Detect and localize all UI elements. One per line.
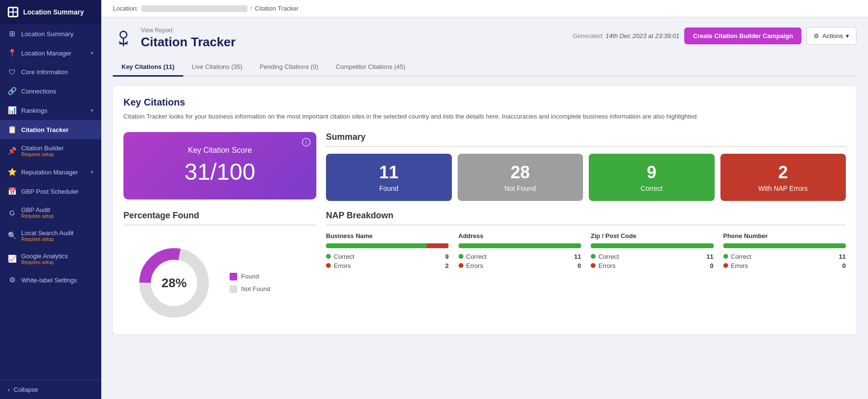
nap-col-2: Zip / Post Code Correct 11 Errors 0 <box>591 232 714 271</box>
sidebar-item-reputation-manager[interactable]: ⭐ Reputation Manager ▾ <box>0 162 101 182</box>
view-report-title-area: View Report: Citation Tracker <box>141 27 236 50</box>
summary-box-nap-errors: 2 With NAP Errors <box>720 154 846 201</box>
sidebar-logo-label: Location Summary <box>23 8 84 16</box>
sidebar-items-container: ⊞ Location Summary 📍 Location Manager ▾ … <box>0 24 101 290</box>
tab-live-citations-(35)[interactable]: Live Citations (35) <box>183 58 251 77</box>
tab-pending-citations-(0)[interactable]: Pending Citations (0) <box>251 58 327 77</box>
chevron-icon-rankings: ▾ <box>91 107 94 114</box>
sidebar-icon-google-analytics: 📈 <box>8 254 16 263</box>
section-description: Citation Tracker looks for your business… <box>123 112 846 121</box>
nap-correct-num-1: 11 <box>574 253 581 260</box>
nap-errors-num-0: 2 <box>445 262 448 269</box>
nap-errors-stat-3: Errors 0 <box>723 262 846 269</box>
nap-correct-num-2: 11 <box>706 253 713 260</box>
page-title: Citation Tracker <box>141 35 236 50</box>
not-found-color-dot <box>230 285 237 293</box>
legend-found: Found <box>230 273 271 280</box>
breadcrumb-separator: / <box>250 5 252 12</box>
sidebar-label-google-analytics: Google Analytics Requires setup <box>21 253 94 265</box>
sidebar-item-gbp-post-scheduler[interactable]: 📅 GBP Post Scheduler <box>0 182 101 201</box>
sidebar-label-citation-tracker: Citation Tracker <box>21 126 94 133</box>
tab-key-citations-(11)[interactable]: Key Citations (11) <box>113 58 183 77</box>
svg-point-0 <box>120 31 127 38</box>
chevron-icon-location-manager: ▾ <box>91 50 94 56</box>
sidebar-label-white-label-settings: White-label Settings <box>21 277 94 284</box>
main-card: Key Citations Citation Tracker looks for… <box>113 86 856 334</box>
sidebar-icon-core-information: 🛡 <box>8 68 16 76</box>
nap-errors-label-3: Errors <box>731 262 840 269</box>
sidebar-label-connections: Connections <box>21 88 94 95</box>
sidebar-item-location-manager[interactable]: 📍 Location Manager ▾ <box>0 43 101 63</box>
tabs-bar: Key Citations (11)Live Citations (35)Pen… <box>113 58 856 77</box>
sidebar-item-core-information[interactable]: 🛡 Core Information <box>0 63 101 81</box>
breadcrumb-location-value <box>141 5 247 12</box>
sidebar-icon-location-manager: 📍 <box>8 49 16 57</box>
view-report-left: View Report: Citation Tracker <box>113 27 236 50</box>
nap-errors-stat-2: Errors 0 <box>591 262 714 269</box>
sidebar-item-white-label-settings[interactable]: ⚙ White-label Settings <box>0 270 101 290</box>
summary-num-found: 11 <box>379 162 398 183</box>
nap-bar-red-0 <box>427 243 449 248</box>
sidebar-warning-google-analytics: Requires setup <box>21 260 94 265</box>
logo-icon <box>8 7 18 17</box>
sidebar-item-rankings[interactable]: 📊 Rankings ▾ <box>0 101 101 120</box>
sidebar-item-google-analytics[interactable]: 📈 Google Analytics Requires setup <box>0 247 101 270</box>
sidebar-item-citation-builder[interactable]: 📌 Citation Builder Requires setup <box>0 139 101 162</box>
nap-correct-stat-0: Correct 9 <box>326 253 449 260</box>
nap-breakdown-col: NAP Breakdown Business Name Correct 9 Er… <box>326 211 846 324</box>
section-title: Key Citations <box>123 97 846 108</box>
nap-errors-dot-0 <box>326 263 331 268</box>
score-card-label: Key Citation Score <box>188 146 252 155</box>
summary-box-not-found: 28 Not Found <box>458 154 583 201</box>
found-color-dot <box>230 273 237 280</box>
actions-button[interactable]: ⚙ Actions ▾ <box>806 27 856 45</box>
nap-errors-stat-0: Errors 2 <box>326 262 449 269</box>
main-two-col: i Key Citation Score 31/100 Summary 11 F… <box>123 132 846 201</box>
percentage-found-title: Percentage Found <box>123 211 316 226</box>
sidebar-icon-gbp-post-scheduler: 📅 <box>8 187 16 196</box>
breadcrumb: Location: / Citation Tracker <box>101 0 868 17</box>
sidebar-icon-local-search-audit: 🔍 <box>8 231 16 240</box>
score-card: i Key Citation Score 31/100 <box>123 132 316 200</box>
sidebar-item-connections[interactable]: 🔗 Connections <box>0 81 101 101</box>
sidebar-label-core-information: Core Information <box>21 68 94 76</box>
nap-correct-label-0: Correct <box>334 253 442 260</box>
sidebar-label-location-manager: Location Manager <box>21 50 86 57</box>
generated-label: Generated: 14th Dec 2023 at 23:39:01 <box>572 32 679 40</box>
summary-label-not-found: Not Found <box>504 185 536 192</box>
content-area: View Report: Citation Tracker Generated:… <box>101 17 868 399</box>
view-report-right: Generated: 14th Dec 2023 at 23:39:01 Cre… <box>572 27 856 45</box>
sidebar-icon-rankings: 📊 <box>8 106 16 115</box>
donut-chart: 28% <box>133 242 215 324</box>
nap-correct-label-2: Correct <box>598 253 704 260</box>
sidebar: Location Summary ⊞ Location Summary 📍 Lo… <box>0 0 101 399</box>
sidebar-item-citation-tracker[interactable]: 📋 Citation Tracker <box>0 120 101 139</box>
sidebar-label-local-search-audit: Local Search Audit Requires setup <box>21 229 94 242</box>
sidebar-collapse-button[interactable]: ‹ Collapse <box>0 380 101 399</box>
generated-value: 14th Dec 2023 at 23:39:01 <box>606 32 679 40</box>
sidebar-logo[interactable]: Location Summary <box>0 0 101 24</box>
create-campaign-button[interactable]: Create Citation Builder Campaign <box>684 27 801 44</box>
nap-correct-stat-3: Correct 11 <box>723 253 846 260</box>
sidebar-warning-gbp-audit: Requires setup <box>21 213 94 219</box>
breadcrumb-location-label: Location: <box>113 5 138 12</box>
sidebar-item-gbp-audit[interactable]: G GBP Audit Requires setup <box>0 201 101 224</box>
sidebar-label-citation-builder: Citation Builder Requires setup <box>21 145 94 157</box>
main-content: Location: / Citation Tracker View Report… <box>101 0 868 399</box>
nap-bar-2 <box>591 243 714 248</box>
sidebar-item-location-summary[interactable]: ⊞ Location Summary <box>0 24 101 43</box>
score-info-icon[interactable]: i <box>302 138 311 146</box>
sidebar-label-location-summary: Location Summary <box>21 30 94 38</box>
nap-errors-dot-1 <box>459 263 463 268</box>
donut-legend: Found Not Found <box>230 273 271 293</box>
summary-boxes: 11 Found 28 Not Found 9 Correct 2 With N… <box>326 154 846 201</box>
bottom-two-col: Percentage Found 28% <box>123 211 846 324</box>
score-col: i Key Citation Score 31/100 <box>123 132 316 201</box>
nap-correct-label-3: Correct <box>731 253 836 260</box>
tab-competitor-citations-(45)[interactable]: Competitor Citations (45) <box>327 58 414 77</box>
nap-errors-label-1: Errors <box>466 262 575 269</box>
sidebar-item-local-search-audit[interactable]: 🔍 Local Search Audit Requires setup <box>0 224 101 247</box>
nap-col-title-2: Zip / Post Code <box>591 232 714 239</box>
sidebar-label-gbp-post-scheduler: GBP Post Scheduler <box>21 188 94 195</box>
summary-label-nap-errors: With NAP Errors <box>759 185 808 192</box>
